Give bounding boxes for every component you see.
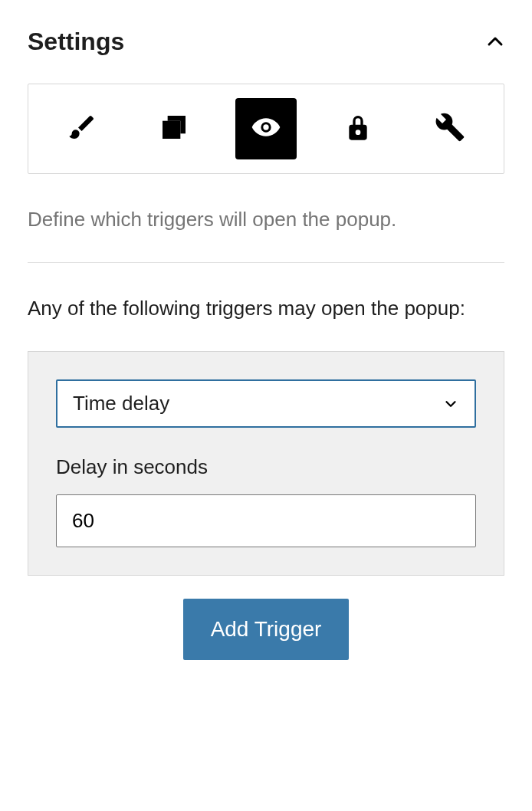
- delay-input[interactable]: [56, 494, 476, 547]
- tab-layers[interactable]: [143, 98, 205, 159]
- button-row: Add Trigger: [28, 599, 504, 660]
- add-trigger-button[interactable]: Add Trigger: [183, 599, 350, 660]
- divider: [28, 262, 504, 263]
- settings-tab-row: [28, 84, 504, 174]
- trigger-type-value: Time delay: [73, 392, 442, 415]
- tab-triggers[interactable]: [235, 98, 297, 159]
- lock-icon: [343, 112, 373, 146]
- panel-header[interactable]: Settings: [28, 28, 504, 56]
- tab-rules[interactable]: [327, 98, 389, 159]
- trigger-card: Time delay Delay in seconds: [28, 351, 504, 576]
- tab-advanced[interactable]: [419, 98, 481, 159]
- collapse-chevron-icon[interactable]: [486, 33, 504, 51]
- tab-appearance[interactable]: [51, 98, 113, 159]
- layers-icon: [159, 112, 189, 146]
- chevron-down-icon: [442, 396, 459, 412]
- triggers-subtitle: Any of the following triggers may open t…: [28, 294, 504, 323]
- delay-label: Delay in seconds: [56, 455, 476, 479]
- wrench-icon: [435, 112, 465, 146]
- eye-icon: [251, 112, 281, 146]
- brush-icon: [67, 112, 97, 146]
- panel-title: Settings: [28, 28, 124, 56]
- trigger-type-select[interactable]: Time delay: [56, 379, 476, 428]
- panel-description: Define which triggers will open the popu…: [28, 205, 504, 235]
